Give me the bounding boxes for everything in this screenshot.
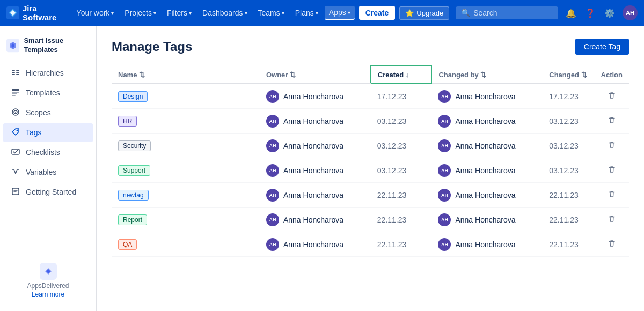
main-content: Manage Tags Create Tag Name ⇅ Owner ⇅ Cr… (97, 26, 644, 311)
delete-button[interactable] (606, 213, 618, 226)
col-changed-by[interactable]: Changed by ⇅ (431, 66, 543, 84)
sidebar-item-hierarchies[interactable]: Hierarchies (3, 64, 93, 83)
owner-cell: AH Anna Honcharova (260, 232, 371, 257)
delete-button[interactable] (606, 164, 618, 177)
chevron-icon: ▾ (153, 10, 156, 16)
nav-apps[interactable]: Apps ▾ (325, 6, 355, 20)
avatar[interactable]: AH (623, 5, 638, 20)
action-cell (595, 208, 629, 232)
owner-cell: AH Anna Honcharova (260, 84, 371, 109)
action-cell (595, 134, 629, 158)
action-cell (595, 232, 629, 257)
avatar: AH (438, 115, 451, 128)
create-button[interactable]: Create (359, 6, 396, 20)
changed-by-name: Anna Honcharova (455, 240, 515, 249)
owner-cell: AH Anna Honcharova (260, 158, 371, 183)
changed-cell: 03.12.23 (543, 158, 594, 183)
nav-your-work[interactable]: Your work ▾ (72, 6, 119, 19)
changed-by-name: Anna Honcharova (455, 142, 515, 150)
svg-rect-3 (12, 72, 15, 73)
sidebar-item-templates[interactable]: Templates (3, 84, 93, 102)
delete-button[interactable] (606, 139, 618, 152)
search-box[interactable]: 🔍 (456, 6, 558, 19)
owner-cell: AH Anna Honcharova (260, 183, 371, 208)
nav-dashboards[interactable]: Dashboards ▾ (198, 6, 252, 19)
search-input[interactable] (473, 9, 553, 17)
created-cell: 22.11.23 (371, 208, 432, 232)
avatar: AH (266, 139, 279, 152)
avatar: AH (438, 213, 451, 226)
avatar: AH (266, 189, 279, 202)
svg-point-15 (17, 129, 18, 131)
sidebar-item-label: Scopes (26, 108, 51, 117)
delete-button[interactable] (606, 90, 618, 103)
checklists-icon (11, 147, 20, 158)
created-cell: 22.11.23 (371, 232, 432, 257)
hierarchies-icon (11, 68, 20, 78)
settings-button[interactable]: ⚙️ (601, 6, 618, 20)
created-cell: 03.12.23 (371, 109, 432, 134)
action-cell (595, 84, 629, 109)
sidebar-item-label: Getting Started (26, 188, 76, 196)
avatar: AH (438, 90, 451, 103)
chevron-icon: ▾ (348, 10, 350, 16)
changed-cell: 22.11.23 (543, 183, 594, 208)
tag-badge: Report (118, 214, 147, 225)
topnav: Jira Software Your work ▾ Projects ▾ Fil… (0, 0, 644, 26)
upgrade-button[interactable]: ⭐ Upgrade (399, 6, 449, 20)
chevron-icon: ▾ (282, 10, 284, 16)
changed-by-name: Anna Honcharova (455, 191, 515, 199)
page-title: Manage Tags (112, 39, 192, 54)
nav-projects[interactable]: Projects ▾ (120, 6, 160, 19)
page-header: Manage Tags Create Tag (112, 39, 629, 55)
col-action: Action (595, 66, 629, 84)
col-created[interactable]: Created ↓ (371, 66, 432, 84)
changed-by-cell: AH Anna Honcharova (431, 158, 543, 183)
learn-more-link[interactable]: Learn more (32, 291, 64, 298)
created-cell: 22.11.23 (371, 183, 432, 208)
delete-button[interactable] (606, 188, 618, 202)
owner-name: Anna Honcharova (283, 240, 343, 249)
sidebar-item-getting-started[interactable]: Getting Started (3, 183, 93, 202)
jira-logo[interactable]: Jira Software (6, 4, 66, 22)
sidebar-item-label: Templates (26, 88, 60, 97)
col-name[interactable]: Name ⇅ (112, 66, 260, 84)
avatar: AH (266, 213, 279, 226)
star-icon: ⭐ (405, 9, 414, 17)
tag-name-cell: Report (112, 208, 260, 232)
table-row: HR AH Anna Honcharova 03.12.23 AH Anna H… (112, 109, 629, 134)
table-row: Report AH Anna Honcharova 22.11.23 AH An… (112, 208, 629, 232)
delete-button[interactable] (606, 238, 618, 251)
col-changed[interactable]: Changed ⇅ (543, 66, 594, 84)
delete-button[interactable] (606, 114, 618, 128)
tag-name-cell: Security (112, 134, 260, 158)
svg-rect-10 (12, 93, 17, 94)
created-cell: 03.12.23 (371, 134, 432, 158)
owner-cell: AH Anna Honcharova (260, 134, 371, 158)
action-cell (595, 158, 629, 183)
table-row: Design AH Anna Honcharova 17.12.23 AH An… (112, 84, 629, 109)
sidebar-brand[interactable]: Smart Issue Templates (0, 32, 96, 63)
sidebar-item-variables[interactable]: Variables (3, 163, 93, 182)
notifications-button[interactable]: 🔔 (562, 6, 580, 20)
owner-name: Anna Honcharova (283, 92, 343, 101)
create-tag-button[interactable]: Create Tag (575, 39, 629, 55)
sidebar-item-scopes[interactable]: Scopes (3, 103, 93, 122)
nav-filters[interactable]: Filters ▾ (163, 6, 196, 19)
help-button[interactable]: ❓ (582, 6, 599, 20)
sidebar-item-checklists[interactable]: Checklists (3, 143, 93, 162)
col-owner[interactable]: Owner ⇅ (260, 66, 371, 84)
changed-by-name: Anna Honcharova (455, 117, 515, 125)
changed-by-cell: AH Anna Honcharova (431, 208, 543, 232)
avatar: AH (266, 238, 279, 251)
nav-plans[interactable]: Plans ▾ (291, 6, 323, 19)
chevron-icon: ▾ (189, 10, 192, 16)
changed-by-cell: AH Anna Honcharova (431, 232, 543, 257)
sidebar: Smart Issue Templates Hierarchies (0, 26, 97, 311)
jira-logo-icon (6, 5, 19, 20)
svg-rect-6 (16, 72, 19, 73)
sidebar-item-tags[interactable]: Tags (3, 123, 93, 142)
created-cell: 03.12.23 (371, 158, 432, 183)
nav-teams[interactable]: Teams ▾ (254, 6, 289, 19)
avatar: AH (438, 139, 451, 152)
